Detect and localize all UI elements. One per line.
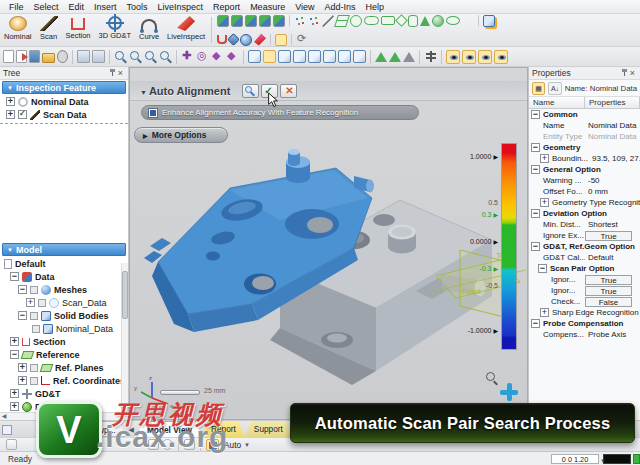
settings-icon[interactable] [57, 50, 68, 63]
view-left-icon[interactable] [308, 50, 321, 63]
zoom-in-icon[interactable] [114, 50, 127, 63]
menu-view[interactable]: View [290, 2, 319, 12]
prop-row-gdt-cal[interactable]: GD&T Cal...Default [529, 252, 640, 263]
section-curve-icon[interactable] [217, 35, 227, 44]
rectangle-tool-icon[interactable] [381, 16, 395, 25]
categorize-button[interactable]: ▦ [532, 82, 545, 95]
open-folder-icon[interactable] [42, 53, 55, 63]
state-box[interactable] [30, 312, 38, 320]
model-header[interactable]: Model [2, 243, 126, 256]
sphere-tool-icon[interactable] [432, 15, 444, 27]
prop-section-general-option[interactable]: General Option [529, 164, 640, 175]
section-button[interactable]: Section [62, 14, 95, 46]
prop-row-sharp-edge[interactable]: Sharp Edge Recognition [529, 307, 640, 318]
view-bottom-icon[interactable] [353, 50, 366, 63]
expand-icon[interactable] [6, 97, 15, 106]
prop-section-probe-compensation[interactable]: Probe Compensation [529, 318, 640, 329]
expand-icon[interactable] [540, 308, 549, 317]
point-cloud-icon[interactable] [294, 15, 306, 27]
show-annotations-icon[interactable] [494, 50, 508, 64]
menu-measure[interactable]: Measure [245, 2, 290, 12]
tree-item-solid-bodies[interactable]: Solid Bodies [0, 309, 128, 322]
cancel-button[interactable]: ✕ [280, 84, 297, 98]
menu-tools[interactable]: Tools [122, 2, 153, 12]
pan-icon[interactable] [181, 50, 194, 63]
sync-icon[interactable] [296, 34, 308, 46]
ellipse-tool-icon[interactable] [446, 16, 460, 25]
probe-icon[interactable] [254, 34, 266, 46]
paste-icon[interactable] [92, 50, 105, 63]
collapse-icon[interactable] [10, 350, 19, 359]
snapshot-icon[interactable] [275, 34, 287, 46]
close-icon[interactable]: × [116, 69, 125, 78]
tree-item-meshes[interactable]: Meshes [0, 283, 128, 296]
close-icon[interactable]: × [628, 69, 637, 78]
collapse-icon[interactable] [531, 165, 540, 174]
prop-row-name[interactable]: NameNominal Data [529, 120, 640, 131]
pair-align-icon[interactable] [273, 15, 285, 27]
tree-display-icon[interactable] [424, 50, 437, 63]
pair-align-icon[interactable] [259, 15, 271, 27]
sort-az-button[interactable]: A↓ [548, 82, 561, 95]
prop-row-ignore-1[interactable]: Ignor...True [529, 274, 640, 285]
state-box[interactable] [32, 325, 40, 333]
dock-icon[interactable] [2, 425, 12, 435]
menu-file[interactable]: File [4, 2, 29, 12]
menu-edit[interactable]: Edit [64, 2, 90, 12]
curve-button[interactable]: Curve [135, 14, 163, 46]
collapse-icon[interactable] [538, 264, 547, 273]
enhance-checkbox[interactable] [149, 109, 157, 117]
expand-icon[interactable] [10, 337, 19, 346]
prop-section-gdt-refgeom[interactable]: GD&T, Ref.Geom Option [529, 241, 640, 252]
menu-liveinspect[interactable]: LiveInspect [153, 2, 209, 12]
tree-item-data[interactable]: Data [0, 270, 128, 283]
expand-icon[interactable] [26, 298, 35, 307]
tree-item-ref-coordinates[interactable]: Ref. Coordinates [0, 374, 128, 387]
wireframe-mode-icon[interactable] [389, 52, 401, 62]
import-icon[interactable] [16, 50, 27, 63]
pin-icon[interactable] [621, 69, 628, 78]
pair-align-icon[interactable] [231, 15, 243, 27]
prop-row-offset[interactable]: Offset Fo...0 mm [529, 186, 640, 197]
prop-row-compens[interactable]: Compens...Probe Axis [529, 329, 640, 340]
tree-item-scan-data[interactable]: Scan Data [0, 108, 128, 121]
diamond-feature-icon[interactable] [227, 33, 240, 46]
show-features-icon[interactable] [478, 50, 492, 64]
rotate-view-icon[interactable] [211, 50, 224, 63]
spin-view-icon[interactable] [226, 50, 239, 63]
view-iso-icon[interactable] [248, 50, 261, 63]
vertical-scrollbar[interactable] [121, 263, 128, 412]
copy-icon[interactable] [77, 50, 90, 63]
expand-icon[interactable] [6, 110, 15, 119]
show-nominal-icon[interactable] [446, 50, 460, 64]
viewport-zoom-icon[interactable] [485, 371, 498, 384]
menu-help[interactable]: Help [361, 2, 390, 12]
pair-align-icon[interactable] [245, 15, 257, 27]
chevron-down-icon[interactable]: ▼ [244, 442, 250, 448]
pair-align-icon[interactable] [217, 15, 229, 27]
tab-support[interactable]: Support [245, 421, 292, 437]
collapse-icon[interactable] [531, 110, 540, 119]
scan-button[interactable]: Scan [36, 14, 62, 46]
tree-item-nominal-data-body[interactable]: Nominal_Data [0, 322, 128, 335]
prop-row-ignore-ex[interactable]: Ignore Ex...True [529, 230, 640, 241]
zoom-out-icon[interactable] [129, 50, 142, 63]
display-option-icon[interactable] [6, 439, 17, 450]
enhance-alignment-option[interactable]: Enhance Alignment Accuracy With Feature … [141, 105, 419, 120]
view-right-icon[interactable] [323, 50, 336, 63]
coordinate-readout[interactable]: 0 0 1.20▼ [551, 454, 599, 464]
tree-item-reference[interactable]: Reference [0, 348, 128, 361]
tree-item-nominal-data[interactable]: Nominal Data [0, 95, 128, 108]
menu-report[interactable]: Report [208, 2, 245, 12]
coordinate-tool-icon[interactable] [462, 15, 474, 27]
state-box[interactable] [38, 299, 46, 307]
collapse-icon[interactable] [18, 311, 27, 320]
tree-item-gdt[interactable]: GD&T [0, 387, 128, 400]
tree-item-section[interactable]: Section [0, 335, 128, 348]
expand-icon[interactable] [10, 389, 19, 398]
line-tool-icon[interactable] [322, 15, 334, 27]
prop-section-geometry[interactable]: Geometry [529, 142, 640, 153]
state-box[interactable] [30, 377, 38, 385]
inspection-feature-header[interactable]: Inspection Feature [2, 81, 126, 94]
cylinder-tool-icon[interactable] [408, 15, 418, 27]
